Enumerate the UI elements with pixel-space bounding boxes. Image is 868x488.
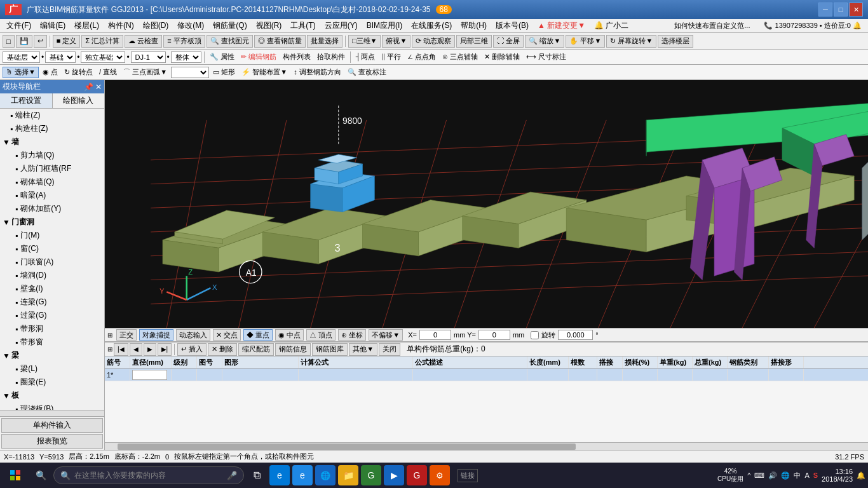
top-view-btn[interactable]: 俯视▼: [382, 35, 410, 48]
dj-select[interactable]: DJ-1: [131, 51, 166, 63]
select-mode-btn[interactable]: 🖱 选择▼: [3, 67, 39, 78]
sidebar-item-window[interactable]: ▪窗(C): [0, 242, 104, 255]
app2-icon[interactable]: ▶: [384, 465, 404, 485]
3d-btn[interactable]: □三维▼: [348, 35, 381, 48]
rebar-insert-btn[interactable]: ↵ 插入: [177, 343, 207, 356]
sidebar-item-beam[interactable]: ▪梁(L): [0, 362, 104, 376]
menu-guangxiao[interactable]: 🔔 广小二: [590, 19, 632, 32]
find-elem-btn[interactable]: 🔍 查找图元: [207, 35, 253, 48]
single-comp-input-btn[interactable]: 单构件输入: [1, 418, 103, 433]
menu-rebar-qty[interactable]: 钢筋量(Q): [209, 19, 250, 32]
batch-select-btn[interactable]: 批量选择: [307, 35, 342, 48]
intersection-btn[interactable]: ✕ 交点: [213, 329, 241, 341]
adjust-rebar-dir-btn[interactable]: ↕ 调整钢筋方向: [291, 67, 344, 78]
midpoint-btn[interactable]: ◆ 重点: [243, 329, 273, 341]
sidebar-item-lintel[interactable]: ▪过梁(G): [0, 309, 104, 322]
cell-diameter[interactable]: [130, 369, 172, 381]
report-preview-btn[interactable]: 报表预览: [1, 434, 103, 449]
ortho-btn[interactable]: 正交: [116, 329, 137, 341]
tray-expand[interactable]: ^: [747, 471, 750, 479]
viewport-area[interactable]: 9800 A1 3 X Z Y: [105, 80, 868, 328]
menu-component[interactable]: 构件(N): [104, 19, 138, 32]
vertex-btn[interactable]: △ 顶点: [306, 329, 336, 341]
shape-select[interactable]: [171, 67, 209, 78]
engineering-setup-btn[interactable]: 工程设置: [0, 93, 53, 108]
new-btn[interactable]: □: [3, 35, 15, 48]
menu-draw[interactable]: 绘图(D): [139, 19, 173, 32]
minimize-button[interactable]: ─: [818, 3, 832, 17]
notification-btn[interactable]: 🔔: [857, 471, 865, 480]
no-offset-btn[interactable]: 不偏移▼: [369, 329, 403, 341]
define-btn[interactable]: ■ 定义: [53, 35, 81, 48]
draw-input-btn[interactable]: 绘图输入: [53, 93, 105, 108]
sidebar-group-door-window[interactable]: ▼门窗洞: [0, 215, 104, 229]
sidebar-item-door[interactable]: ▪门(M): [0, 229, 104, 242]
menu-help[interactable]: 帮助(H): [457, 19, 491, 32]
angle-btn[interactable]: ∠ 点点角: [405, 51, 438, 63]
foundation-select[interactable]: 基础: [45, 51, 76, 63]
edge-icon[interactable]: e: [269, 465, 290, 485]
sidebar-item-door-window[interactable]: ▪门联窗(A): [0, 255, 104, 269]
pan-btn[interactable]: ✋ 平移▼: [566, 35, 605, 48]
sidebar-group-beam[interactable]: ▼梁: [0, 349, 104, 362]
menu-online[interactable]: 在线服务(S): [407, 19, 456, 32]
menu-view[interactable]: 视图(R): [252, 19, 286, 32]
rebar-prev-btn[interactable]: ◀: [130, 343, 142, 356]
ime-s[interactable]: S: [813, 471, 818, 479]
sidebar-group-slab[interactable]: ▼板: [0, 389, 104, 402]
menu-new-change[interactable]: ▲ 新建变更▼: [534, 19, 589, 32]
menu-file[interactable]: 文件(F): [3, 19, 35, 32]
app4-icon[interactable]: ⚙: [430, 465, 450, 485]
layer-select[interactable]: 基础层: [3, 51, 40, 63]
sidebar-item-wall-hole[interactable]: ▪墙洞(D): [0, 269, 104, 282]
x-input[interactable]: [419, 330, 451, 340]
edit-rebar-btn[interactable]: ✏ 编辑钢筋: [238, 51, 279, 63]
snap-btn[interactable]: 对象捕捉: [139, 329, 173, 341]
ime-zh[interactable]: 中: [794, 471, 801, 480]
zoom-btn[interactable]: 🔍 缩放▼: [525, 35, 564, 48]
property-btn[interactable]: 🔧 属性: [207, 51, 237, 63]
diameter-input[interactable]: [132, 370, 167, 380]
ie2-icon[interactable]: 🌐: [315, 465, 336, 485]
menu-cloud[interactable]: 云应用(Y): [321, 19, 362, 32]
rotate-point-btn[interactable]: ↻ 旋转点: [62, 67, 95, 78]
sidebar-item-ring-beam[interactable]: ▪圈梁(E): [0, 376, 104, 389]
rebar-other-btn[interactable]: 其他▼: [349, 343, 377, 356]
rebar-lib-btn[interactable]: 钢筋图库: [312, 343, 348, 356]
search-taskbar-icon[interactable]: 🔍: [31, 465, 51, 485]
del-aux-btn[interactable]: ✕ 删除辅轴: [482, 51, 522, 63]
rebar-close-btn[interactable]: 关闭: [379, 343, 400, 356]
arc-btn[interactable]: ⌒ 三点画弧▼: [121, 67, 170, 78]
sum-calc-btn[interactable]: Σ 汇总计算: [81, 35, 123, 48]
scale-rebar-btn[interactable]: 缩尺配筋: [238, 343, 274, 356]
ime-en[interactable]: A: [804, 471, 809, 479]
sidebar-item-cast-slab[interactable]: ▪现浇板(B): [0, 402, 104, 410]
sidebar-item-civil-def-wall[interactable]: ▪人防门框墙(RF: [0, 162, 104, 175]
sidebar-item-hidden-beam[interactable]: ▪暗梁(A): [0, 189, 104, 202]
coord-btn[interactable]: ⊕ 坐标: [338, 329, 366, 341]
pick-comp-btn[interactable]: 拾取构件: [315, 51, 348, 63]
menu-floor[interactable]: 楼层(L): [71, 19, 103, 32]
rebar-panel-expand[interactable]: ⊞: [107, 346, 112, 353]
taskbar-search[interactable]: 🔍 在这里输入你要搜索的内容 🎤: [53, 466, 244, 484]
rotate-input[interactable]: [558, 330, 593, 340]
keyboard-icon[interactable]: ⌨: [754, 471, 764, 480]
select-floor-btn[interactable]: 选择楼层: [658, 35, 693, 48]
point-btn[interactable]: ◉ 点: [40, 67, 60, 78]
rebar-first-btn[interactable]: |◀: [114, 343, 128, 356]
y-input[interactable]: [478, 330, 510, 340]
sidebar-item-strip-hole[interactable]: ▪带形洞: [0, 322, 104, 336]
sidebar-item-shear-wall[interactable]: ▪剪力墙(Q): [0, 149, 104, 162]
rebar-delete-btn[interactable]: ✕ 删除: [208, 343, 237, 356]
menu-modify[interactable]: 修改(M): [173, 19, 208, 32]
sidebar-hscroll[interactable]: [0, 410, 104, 416]
rebar-row-1[interactable]: 1*: [105, 369, 868, 381]
sidebar-item-end-col[interactable]: ▪端柱(Z): [0, 109, 104, 122]
partial-3d-btn[interactable]: 局部三维: [456, 35, 492, 48]
save-btn[interactable]: 💾: [16, 35, 32, 48]
menu-tools[interactable]: 工具(T): [287, 19, 319, 32]
sidebar-item-masonry-wall[interactable]: ▪砌体墙(Q): [0, 175, 104, 189]
cloud-check-btn[interactable]: ☁ 云检查: [125, 35, 162, 48]
app3-icon[interactable]: G: [407, 465, 427, 485]
rebar-info-btn[interactable]: 钢筋信息: [275, 343, 311, 356]
